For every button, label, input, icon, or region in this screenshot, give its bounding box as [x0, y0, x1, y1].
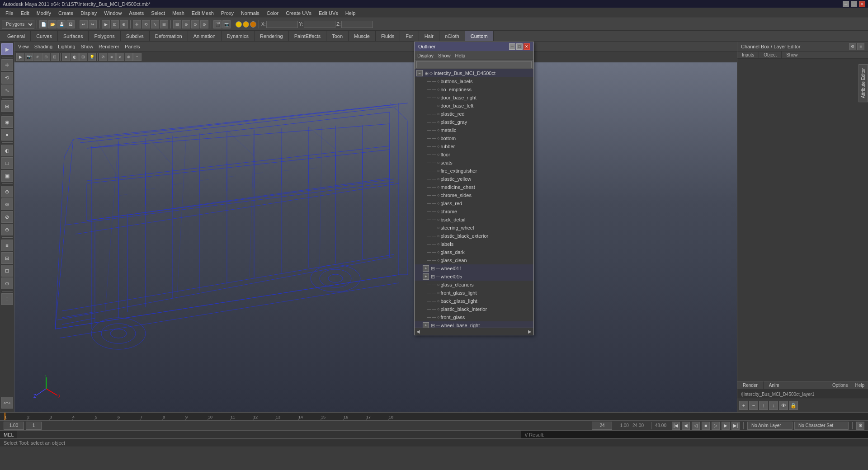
- tree-item-plastic-yellow[interactable]: —— ○ plastic_yellow: [415, 175, 533, 183]
- color-dot-orange[interactable]: [250, 21, 256, 28]
- layer-add-btn[interactable]: +: [739, 401, 748, 410]
- layer-delete-btn[interactable]: −: [749, 401, 758, 410]
- menu-help[interactable]: Help: [342, 9, 359, 17]
- tab-muscle[interactable]: Muscle: [349, 31, 376, 41]
- tab-rendering[interactable]: Rendering: [255, 31, 289, 41]
- vp-select-icon[interactable]: ▶: [16, 53, 24, 61]
- render-view-btn[interactable]: ⊕: [1, 186, 13, 197]
- prev-frame-btn[interactable]: ◀: [682, 422, 690, 430]
- layer-help-link[interactable]: Help: [851, 381, 868, 389]
- tab-polygons[interactable]: Polygons: [89, 31, 120, 41]
- tab-object[interactable]: Object: [759, 52, 782, 58]
- tree-item-seats[interactable]: —— ○ seats: [415, 159, 533, 167]
- save-scene2-icon[interactable]: 🖫: [66, 20, 75, 28]
- anim-end-frame-input[interactable]: [592, 422, 612, 430]
- tree-item-chrome-sides[interactable]: —— ○ chrome_sides: [415, 191, 533, 199]
- paint-icon[interactable]: ⊕: [120, 20, 128, 28]
- vp-shading-menu[interactable]: Shading: [34, 44, 52, 49]
- vp-snap-icon[interactable]: ⊙: [42, 53, 50, 61]
- layer-move-up-btn[interactable]: ↑: [759, 401, 768, 410]
- tree-item-no-emptiness[interactable]: —— ○ no_emptiness: [415, 85, 533, 94]
- menu-select[interactable]: Select: [147, 9, 169, 17]
- menu-edit-mesh[interactable]: Edit Mesh: [188, 9, 217, 17]
- layer-lock-btn[interactable]: 🔒: [789, 401, 798, 410]
- channel-box-settings-btn[interactable]: ⚙: [849, 43, 856, 50]
- anim-tab[interactable]: Anim: [764, 381, 785, 389]
- vp-camera-icon[interactable]: 📷: [25, 53, 33, 61]
- tab-hair[interactable]: Hair: [419, 31, 439, 41]
- vp-aa-icon[interactable]: a: [116, 53, 124, 61]
- char-set-selector[interactable]: No Character Set: [794, 422, 849, 430]
- tree-item-plastic-black-int[interactable]: —— ○ plastic_black_interior: [415, 305, 533, 313]
- tab-show[interactable]: Show: [782, 52, 802, 58]
- soft-select-btn[interactable]: ◉: [1, 116, 13, 128]
- z-input[interactable]: [341, 21, 373, 28]
- vp-hud-icon[interactable]: ⊕: [125, 53, 133, 61]
- tree-item-back-glass-light[interactable]: —— ○ back_glass_light: [415, 297, 533, 305]
- hypershade-btn[interactable]: ⊗: [1, 198, 13, 210]
- vp-view-menu[interactable]: View: [18, 44, 29, 49]
- editor2-btn[interactable]: ⊡: [1, 265, 13, 277]
- move-tool-btn[interactable]: ✛: [1, 59, 13, 71]
- vp-lighting-menu[interactable]: Lighting: [58, 44, 75, 49]
- scale-icon[interactable]: ⤡: [151, 20, 159, 28]
- vp-texture-icon[interactable]: ⊞: [79, 53, 87, 61]
- tree-item-door-base-right[interactable]: —— ○ door_base_right: [415, 94, 533, 102]
- snap-grid-icon[interactable]: ⊟: [173, 20, 181, 28]
- tree-item-glass-clean[interactable]: —— ○ glass_clean: [415, 256, 533, 264]
- redo-icon[interactable]: ↪: [89, 20, 97, 28]
- tree-item-chrome[interactable]: —— ○ chrome: [415, 207, 533, 216]
- tree-item-glass-cleaners[interactable]: —— ○ glass_cleaners: [415, 281, 533, 289]
- root-expand-btn[interactable]: −: [416, 70, 423, 76]
- vp-renderer-menu[interactable]: Renderer: [99, 44, 119, 49]
- tree-item-medicine-chest[interactable]: —— ○ medicine_chest: [415, 183, 533, 191]
- outliner-minimize-btn[interactable]: ─: [509, 43, 515, 50]
- tree-item-wheel-base-right[interactable]: + ⊞ — wheel_base_right: [415, 321, 533, 328]
- menu-create-uvs[interactable]: Create UVs: [282, 9, 315, 17]
- wheel011-expand-btn[interactable]: +: [423, 265, 429, 272]
- extra-btn[interactable]: ⋮: [1, 293, 13, 305]
- anim-layer-selector[interactable]: No Anim Layer: [747, 422, 793, 430]
- outliner-display-menu[interactable]: Display: [417, 53, 434, 58]
- vp-extra-icon[interactable]: ⋯: [133, 53, 142, 61]
- tab-custom[interactable]: Custom: [465, 31, 494, 41]
- make-live-btn[interactable]: ◐: [1, 145, 13, 156]
- menu-assets[interactable]: Assets: [125, 9, 147, 17]
- channel-box-options-btn[interactable]: ≡: [857, 43, 864, 50]
- outliner-scroll-left-btn[interactable]: ◀: [416, 329, 420, 334]
- tree-item-floor[interactable]: —— ○ floor: [415, 150, 533, 159]
- tree-item-plastic-red[interactable]: —— ○ plastic_red: [415, 110, 533, 118]
- menu-create[interactable]: Create: [55, 9, 77, 17]
- scale-tool-btn[interactable]: ⤡: [1, 85, 13, 96]
- tab-general[interactable]: General: [2, 31, 31, 41]
- vp-show-menu[interactable]: Show: [81, 44, 94, 49]
- vp-panels-menu[interactable]: Panels: [125, 44, 140, 49]
- menu-color[interactable]: Color: [263, 9, 282, 17]
- menu-file[interactable]: File: [2, 9, 17, 17]
- skip-start-btn[interactable]: |◀: [672, 422, 680, 430]
- wheel-base-right-expand-btn[interactable]: +: [423, 322, 429, 328]
- minimize-button[interactable]: ─: [843, 1, 849, 7]
- paint-select-btn[interactable]: ●: [1, 129, 13, 141]
- layer-options-link[interactable]: Options: [829, 381, 851, 389]
- tab-inputs[interactable]: Inputs: [737, 52, 759, 58]
- snap-point-icon[interactable]: ⊙: [191, 20, 199, 28]
- layer-visibility-btn[interactable]: 👁: [779, 401, 788, 410]
- tab-deformation[interactable]: Deformation: [150, 31, 188, 41]
- tree-item-bsck-detail[interactable]: —— ○ bsck_detail: [415, 216, 533, 224]
- camera-btn[interactable]: □: [1, 157, 13, 169]
- play-back-btn[interactable]: ◁: [692, 422, 700, 430]
- outliner-scroll-right-btn[interactable]: ▶: [528, 329, 532, 334]
- tab-subdivs[interactable]: Subdivs: [121, 31, 150, 41]
- timeline-ruler[interactable]: 1 2 3 4 5 6 7 8 9 10 11 12 13 1: [0, 413, 868, 420]
- stop-btn[interactable]: ■: [702, 422, 710, 430]
- tab-painteffects[interactable]: PaintEffects: [289, 31, 327, 41]
- tree-item-bottom[interactable]: —— ○ bottom: [415, 134, 533, 142]
- tree-item-metalic[interactable]: —— ○ metalic: [415, 126, 533, 134]
- render-icon[interactable]: 🎬: [213, 20, 222, 28]
- vp-light-icon[interactable]: 💡: [88, 53, 96, 61]
- tab-curves[interactable]: Curves: [31, 31, 58, 41]
- select-tool-btn[interactable]: ▶: [1, 43, 13, 55]
- tree-item-plastic-gray[interactable]: —— ○ plastic_gray: [415, 118, 533, 126]
- menu-proxy[interactable]: Proxy: [217, 9, 237, 17]
